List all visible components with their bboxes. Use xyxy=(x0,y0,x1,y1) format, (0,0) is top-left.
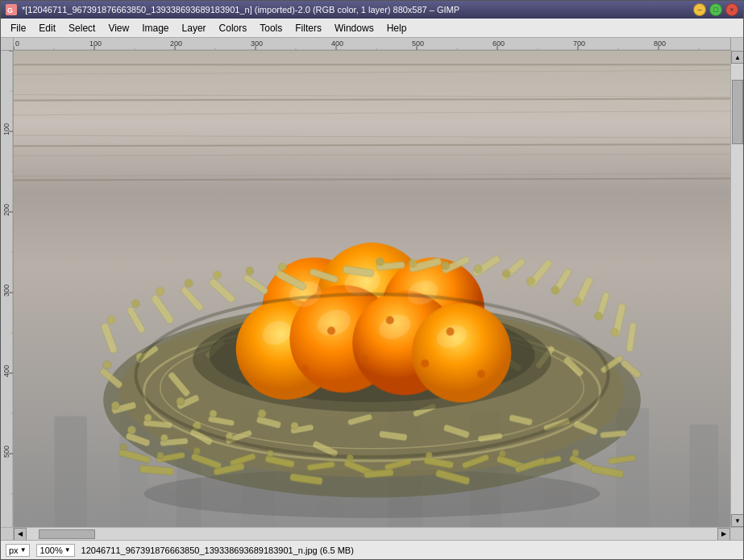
svg-point-155 xyxy=(327,326,335,334)
svg-point-222 xyxy=(157,452,164,458)
close-button[interactable]: × xyxy=(725,3,738,16)
ruler-canvas-area: 0 100 200 300 xyxy=(1,38,743,540)
svg-point-196 xyxy=(573,297,581,305)
menu-layer[interactable]: Layer xyxy=(176,20,213,36)
vscroll-up-button[interactable]: ▲ xyxy=(731,51,743,64)
svg-point-156 xyxy=(386,316,394,324)
unit-label: px xyxy=(9,545,19,555)
svg-text:300: 300 xyxy=(251,39,263,48)
svg-point-228 xyxy=(572,450,579,456)
title-bar: G *[12046711_967391876663850_13933869368… xyxy=(1,1,743,19)
vscroll-thumb[interactable] xyxy=(732,80,743,144)
menu-windows[interactable]: Windows xyxy=(328,20,380,36)
svg-point-188 xyxy=(278,263,286,272)
svg-point-157 xyxy=(446,327,454,335)
window-controls: – □ × xyxy=(693,3,738,16)
svg-point-221 xyxy=(120,444,127,450)
vscroll-down-button[interactable]: ▼ xyxy=(731,514,743,527)
vscroll-track[interactable] xyxy=(731,64,743,514)
svg-point-192 xyxy=(474,265,482,273)
menu-tools[interactable]: Tools xyxy=(253,20,289,36)
svg-point-186 xyxy=(214,272,222,280)
svg-point-123 xyxy=(111,401,119,409)
minimize-button[interactable]: – xyxy=(693,3,706,16)
status-bar: px ▼ 100% ▼ 12046711_967391876663850_139… xyxy=(1,540,743,559)
svg-rect-82 xyxy=(689,425,717,527)
gimp-window: G *[12046711_967391876663850_13933869368… xyxy=(0,0,744,560)
svg-point-223 xyxy=(193,448,200,454)
filename-status: 12046711_967391876663850_139338693689183… xyxy=(81,545,738,555)
menu-bar: File Edit Select View Image Layer Colors… xyxy=(1,19,743,38)
svg-point-127 xyxy=(127,426,135,434)
menu-select[interactable]: Select xyxy=(62,20,102,36)
content-area: 0 100 200 300 xyxy=(1,38,743,559)
maximize-button[interactable]: □ xyxy=(709,3,722,16)
svg-text:200: 200 xyxy=(2,204,10,216)
window-title: *[12046711_967391876663850_1393386936891… xyxy=(22,5,459,15)
svg-point-124 xyxy=(144,414,152,421)
hscroll-left-button[interactable]: ◀ xyxy=(14,528,27,541)
menu-help[interactable]: Help xyxy=(380,20,414,36)
unit-selector[interactable]: px ▼ xyxy=(6,544,30,557)
menu-view[interactable]: View xyxy=(102,20,135,36)
hscroll-thumb[interactable] xyxy=(39,529,95,539)
svg-point-193 xyxy=(502,270,510,278)
svg-point-182 xyxy=(107,316,115,324)
photo-display xyxy=(14,51,730,527)
image-canvas[interactable] xyxy=(14,51,730,527)
svg-text:800: 800 xyxy=(654,39,666,48)
svg-point-187 xyxy=(246,268,254,276)
svg-point-132 xyxy=(291,422,298,429)
hscroll-right-corner xyxy=(730,528,743,540)
svg-point-224 xyxy=(267,450,273,457)
svg-text:300: 300 xyxy=(2,284,10,297)
app-icon: G xyxy=(6,4,17,15)
svg-point-126 xyxy=(210,410,217,417)
hscroll-right-button[interactable]: ▶ xyxy=(717,528,730,541)
menu-colors[interactable]: Colors xyxy=(213,20,254,36)
zoom-selector[interactable]: 100% ▼ xyxy=(36,544,75,557)
svg-point-159 xyxy=(360,355,368,363)
vertical-ruler: 100 200 300 400 500 xyxy=(1,51,14,527)
hscroll-track[interactable] xyxy=(27,528,717,541)
svg-text:100: 100 xyxy=(2,123,10,135)
menu-edit[interactable]: Edit xyxy=(32,20,62,36)
svg-text:400: 400 xyxy=(331,39,343,48)
vertical-scrollbar: ▲ ▼ xyxy=(730,51,743,527)
svg-point-198 xyxy=(610,328,618,336)
svg-point-183 xyxy=(131,300,139,308)
svg-point-158 xyxy=(301,365,310,373)
svg-point-185 xyxy=(185,280,193,288)
title-bar-left: G *[12046711_967391876663850_13933869368… xyxy=(6,4,459,15)
hscroll-corner xyxy=(1,528,14,540)
svg-point-197 xyxy=(594,312,602,320)
top-right-corner xyxy=(730,38,743,51)
svg-point-161 xyxy=(477,370,485,378)
svg-text:200: 200 xyxy=(170,39,182,48)
svg-point-227 xyxy=(499,450,505,457)
svg-point-131 xyxy=(258,410,266,418)
zoom-label: 100% xyxy=(40,545,63,555)
svg-text:500: 500 xyxy=(412,39,424,48)
svg-text:600: 600 xyxy=(493,39,505,48)
svg-text:G: G xyxy=(7,6,13,15)
menu-file[interactable]: File xyxy=(4,20,32,36)
svg-text:100: 100 xyxy=(89,39,102,48)
svg-point-190 xyxy=(409,259,417,268)
svg-point-225 xyxy=(347,454,353,461)
horizontal-scrollbar-row: ◀ ▶ xyxy=(1,527,743,540)
svg-point-194 xyxy=(526,277,534,285)
menu-image[interactable]: Image xyxy=(135,20,175,36)
svg-point-133 xyxy=(103,361,111,369)
svg-point-160 xyxy=(421,359,429,367)
svg-point-195 xyxy=(551,286,559,294)
zoom-arrow-icon: ▼ xyxy=(64,546,71,554)
menu-filters[interactable]: Filters xyxy=(289,20,328,36)
svg-point-125 xyxy=(177,397,185,405)
svg-rect-2 xyxy=(14,38,730,51)
svg-text:0: 0 xyxy=(15,39,19,48)
svg-point-191 xyxy=(441,262,449,270)
svg-text:700: 700 xyxy=(573,39,585,48)
horizontal-scrollbar: ◀ ▶ xyxy=(14,528,730,540)
svg-point-128 xyxy=(160,434,168,442)
